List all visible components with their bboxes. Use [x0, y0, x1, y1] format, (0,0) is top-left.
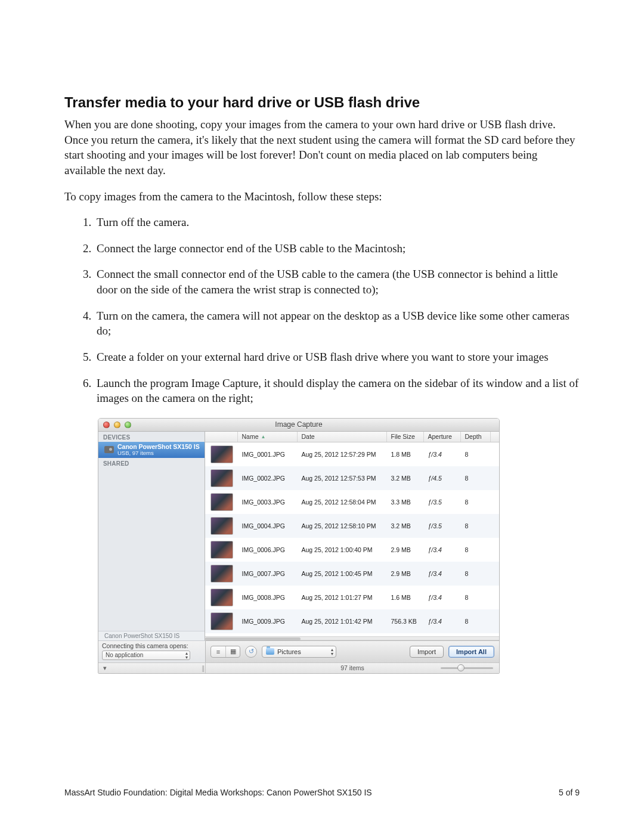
- toolbar: ≡ ▦ ↺ Pictures ▴▾ Import Import All: [206, 640, 499, 662]
- cell-date: Aug 25, 2012 12:58:10 PM: [298, 522, 387, 529]
- thumbnail-icon: [210, 469, 233, 487]
- lead-paragraph: To copy images from the camera to the Ma…: [64, 189, 580, 205]
- sidebar-section-shared: SHARED: [98, 458, 205, 468]
- cell-aperture: ƒ/3.5: [424, 498, 461, 506]
- cell-date: Aug 25, 2012 12:57:29 PM: [298, 451, 387, 458]
- cell-name: IMG_0001.JPG: [238, 451, 298, 458]
- cell-aperture: ƒ/3.4: [424, 570, 461, 577]
- step-item: Connect the large connector end of the U…: [94, 241, 580, 256]
- window-title: Image Capture: [98, 420, 499, 429]
- view-toggle[interactable]: ≡ ▦: [210, 646, 240, 658]
- step-item: Launch the program Image Capture, it sho…: [94, 376, 580, 406]
- col-file-size[interactable]: File Size: [387, 432, 424, 442]
- steps-list: Turn off the camera. Connect the large c…: [94, 215, 580, 406]
- cell-aperture: ƒ/3.5: [424, 522, 461, 529]
- cell-name: IMG_0003.JPG: [238, 498, 298, 506]
- thumbnail-icon: [210, 493, 233, 511]
- cell-name: IMG_0002.JPG: [238, 475, 298, 482]
- status-bar: ▾ ‖ 97 items: [98, 662, 499, 673]
- step-item: Turn on the camera, the camera will not …: [94, 308, 580, 339]
- cell-size: 1.8 MB: [387, 451, 424, 458]
- cell-date: Aug 25, 2012 12:58:04 PM: [298, 498, 387, 506]
- cell-date: Aug 25, 2012 12:57:53 PM: [298, 475, 387, 482]
- cell-depth: 8: [461, 498, 491, 506]
- rotate-ccw-icon[interactable]: ↺: [245, 646, 257, 658]
- table-row[interactable]: IMG_0004.JPGAug 25, 2012 12:58:10 PM3.2 …: [205, 514, 499, 538]
- intro-paragraph: When you are done shooting, copy your im…: [64, 117, 580, 178]
- thumbnail-icon: [210, 517, 233, 535]
- sidebar: DEVICES Canon PowerShot SX150 IS USB, 97…: [98, 432, 205, 640]
- cell-name: IMG_0008.JPG: [238, 594, 298, 601]
- step-item: Connect the small connector end of the U…: [94, 267, 580, 297]
- cell-size: 3.2 MB: [387, 475, 424, 482]
- table-row[interactable]: IMG_0009.JPGAug 25, 2012 1:01:42 PM756.3…: [205, 609, 499, 633]
- import-button[interactable]: Import: [410, 646, 444, 658]
- folder-icon: [266, 648, 274, 655]
- cell-depth: 8: [461, 594, 491, 601]
- col-date[interactable]: Date: [298, 432, 387, 442]
- cell-size: 2.9 MB: [387, 546, 424, 553]
- cell-date: Aug 25, 2012 1:00:40 PM: [298, 546, 387, 553]
- cell-size: 3.3 MB: [387, 498, 424, 506]
- cell-aperture: ƒ/3.4: [424, 594, 461, 601]
- cell-aperture: ƒ/3.4: [424, 618, 461, 625]
- cell-size: 1.6 MB: [387, 594, 424, 601]
- sidebar-footer-device: Canon PowerShot SX150 IS: [98, 631, 205, 640]
- destination-label: Pictures: [277, 648, 301, 655]
- cell-date: Aug 25, 2012 1:01:42 PM: [298, 618, 387, 625]
- col-depth[interactable]: Depth: [461, 432, 491, 442]
- footer-right: 5 of 9: [559, 788, 580, 797]
- destination-select[interactable]: Pictures ▴▾: [262, 646, 336, 658]
- cell-name: IMG_0006.JPG: [238, 546, 298, 553]
- connect-opens-value: No application: [106, 652, 143, 658]
- cell-name: IMG_0007.JPG: [238, 570, 298, 577]
- cell-depth: 8: [461, 451, 491, 458]
- table-row[interactable]: IMG_0001.JPGAug 25, 2012 12:57:29 PM1.8 …: [205, 442, 499, 466]
- list-view-icon[interactable]: ≡: [211, 646, 225, 657]
- cell-depth: 8: [461, 522, 491, 529]
- step-item: Turn off the camera.: [94, 215, 580, 230]
- camera-icon: [104, 446, 114, 453]
- thumbnail-icon: [210, 565, 233, 583]
- connect-opens-panel: Connecting this camera opens: No applica…: [98, 640, 206, 662]
- table-row[interactable]: IMG_0002.JPGAug 25, 2012 12:57:53 PM3.2 …: [205, 466, 499, 490]
- cell-depth: 8: [461, 475, 491, 482]
- connect-opens-select[interactable]: No application ▴▾: [102, 651, 190, 660]
- col-aperture[interactable]: Aperture: [424, 432, 461, 442]
- window-titlebar[interactable]: Image Capture: [98, 419, 499, 432]
- footer-left: MassArt Studio Foundation: Digital Media…: [64, 788, 372, 797]
- cell-depth: 8: [461, 618, 491, 625]
- table-row[interactable]: IMG_0007.JPGAug 25, 2012 1:00:45 PM2.9 M…: [205, 562, 499, 586]
- thumbnail-icon: [210, 612, 233, 630]
- col-name[interactable]: Name▲: [238, 432, 298, 442]
- cell-size: 756.3 KB: [387, 618, 424, 625]
- resize-grip-icon[interactable]: ‖: [202, 664, 205, 671]
- cell-aperture: ƒ/4.5: [424, 475, 461, 482]
- stepper-icon: ▴▾: [331, 648, 333, 656]
- step-item: Create a folder on your external hard dr…: [94, 349, 580, 365]
- grid-view-icon[interactable]: ▦: [225, 646, 240, 657]
- thumbnail-icon: [210, 589, 233, 606]
- thumbnail-icon: [210, 445, 233, 463]
- import-all-button[interactable]: Import All: [448, 646, 494, 658]
- cell-size: 3.2 MB: [387, 522, 424, 529]
- sidebar-toggle-icon[interactable]: ▾: [103, 664, 107, 671]
- horizontal-scrollbar[interactable]: [205, 636, 499, 640]
- sidebar-item-camera[interactable]: Canon PowerShot SX150 IS USB, 97 items: [98, 442, 205, 458]
- sort-asc-icon: ▲: [261, 434, 265, 439]
- thumbnail-size-slider[interactable]: [441, 665, 493, 670]
- cell-date: Aug 25, 2012 1:01:27 PM: [298, 594, 387, 601]
- sidebar-section-devices: DEVICES: [98, 432, 205, 442]
- stepper-icon: ▴▾: [185, 651, 188, 659]
- table-row[interactable]: IMG_0003.JPGAug 25, 2012 12:58:04 PM3.3 …: [205, 490, 499, 514]
- connect-opens-label: Connecting this camera opens:: [102, 642, 202, 649]
- cell-depth: 8: [461, 570, 491, 577]
- cell-name: IMG_0009.JPG: [238, 618, 298, 625]
- table-row[interactable]: IMG_0006.JPGAug 25, 2012 1:00:40 PM2.9 M…: [205, 538, 499, 562]
- cell-aperture: ƒ/3.4: [424, 451, 461, 458]
- image-capture-window: Image Capture DEVICES Canon PowerShot SX…: [98, 418, 500, 674]
- thumbnail-icon: [210, 541, 233, 559]
- device-subtitle: USB, 97 items: [117, 450, 200, 456]
- table-row[interactable]: IMG_0008.JPGAug 25, 2012 1:01:27 PM1.6 M…: [205, 586, 499, 609]
- cell-name: IMG_0004.JPG: [238, 522, 298, 529]
